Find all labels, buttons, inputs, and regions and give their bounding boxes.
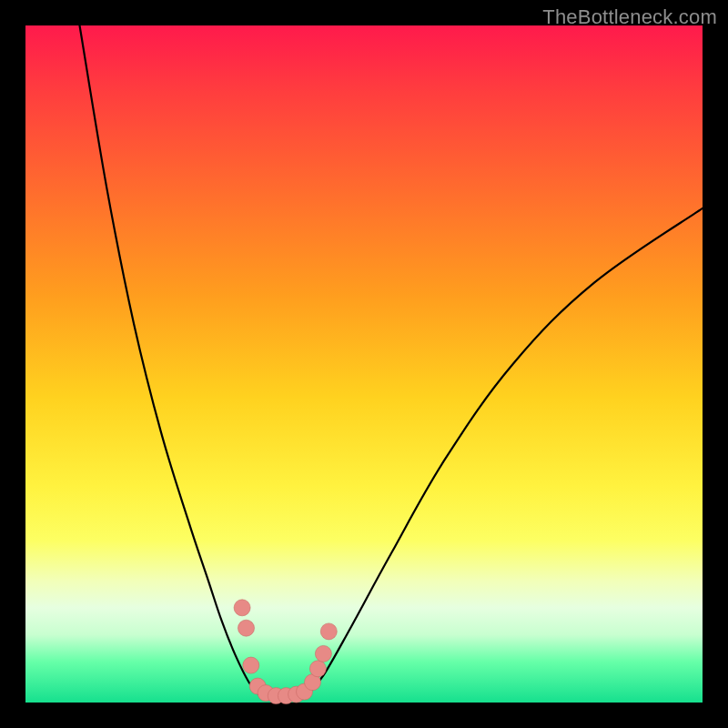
curve-left-branch: [80, 25, 259, 694]
watermark-text: TheBottleneck.com: [542, 5, 717, 29]
outer-frame: TheBottleneck.com: [0, 0, 728, 728]
data-marker: [309, 661, 326, 677]
data-marker: [234, 600, 250, 616]
plot-area: [25, 25, 703, 703]
data-marker: [243, 657, 259, 673]
marker-group: [234, 600, 337, 704]
chart-svg: [25, 25, 703, 703]
curve-right-branch: [307, 208, 703, 696]
data-marker: [238, 620, 255, 636]
data-marker: [320, 623, 337, 640]
data-marker: [315, 645, 331, 662]
